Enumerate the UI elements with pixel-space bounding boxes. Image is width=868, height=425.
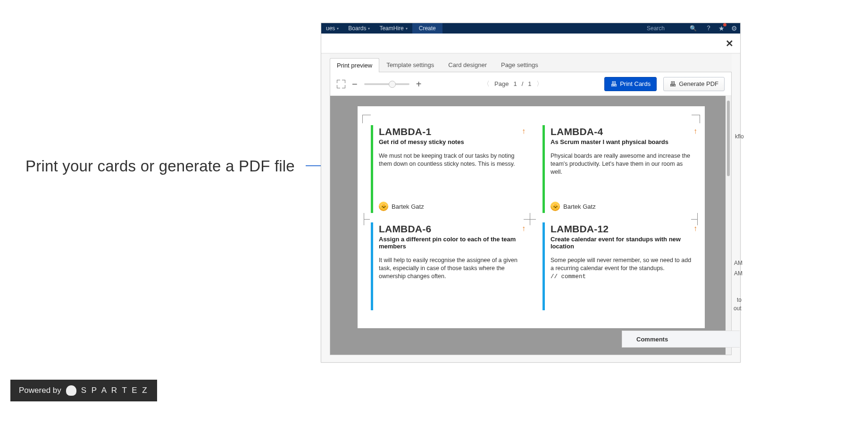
card-key: LAMBDA-6 — [379, 223, 524, 235]
printer-icon: 🖶 — [610, 80, 617, 88]
generate-pdf-button[interactable]: 🖶 Generate PDF — [663, 77, 725, 91]
avatar: 🐱 — [551, 202, 560, 211]
modal-body: Print preview Template settings Card des… — [321, 53, 740, 362]
scrollbar-thumb[interactable] — [727, 101, 730, 176]
zoom-slider[interactable] — [364, 83, 409, 85]
pager: 〈 Page 1 / 1 〉 — [483, 80, 542, 88]
card-key: LAMBDA-1 — [379, 126, 524, 137]
card-summary: Assign a different pin color to each of … — [379, 236, 524, 250]
crop-mark — [692, 115, 700, 123]
star-icon[interactable]: ★ — [718, 25, 725, 32]
nav-boards[interactable]: Boards▾ — [343, 23, 375, 34]
search-icon: 🔍 — [690, 25, 697, 32]
tab-print-preview[interactable]: Print preview — [330, 58, 379, 72]
tab-page-settings[interactable]: Page settings — [494, 58, 545, 72]
bg-text: kflo — [735, 133, 744, 140]
zoom-out-button[interactable]: − — [352, 79, 358, 89]
page-label: Page — [494, 80, 509, 87]
page-next[interactable]: 〉 — [536, 80, 543, 88]
card-summary: As Scrum master I want physical boards — [551, 138, 695, 145]
jira-topbar: ues▾ Boards▾ TeamHire▾ Create Search 🔍 ？… — [321, 23, 740, 34]
priority-icon: ↑ — [522, 127, 526, 136]
card-assignee: 🐱 Bartek Gatz — [551, 202, 596, 211]
zoom-in-button[interactable]: + — [416, 79, 422, 89]
tab-card-designer[interactable]: Card designer — [441, 58, 494, 72]
bg-text: AM — [734, 260, 743, 266]
tab-bar: Print preview Template settings Card des… — [330, 54, 732, 72]
card: ↑ LAMBDA-4 As Scrum master I want physic… — [542, 125, 700, 213]
bg-text: out — [734, 305, 742, 312]
card-desc: We must not be keeping track of our task… — [379, 152, 524, 168]
card-key: LAMBDA-12 — [551, 223, 695, 235]
gear-icon[interactable]: ⚙ — [731, 25, 737, 32]
app-window: ues▾ Boards▾ TeamHire▾ Create Search 🔍 ？… — [321, 23, 741, 363]
card: ↑ LAMBDA-1 Get rid of messy sticky notes… — [371, 125, 528, 213]
card-desc: It will help to easily recognise the ass… — [379, 256, 524, 280]
bg-text: AM — [734, 270, 743, 277]
comments-header: Comments — [622, 331, 740, 348]
card-desc: Some people will never remember, so we n… — [551, 256, 695, 281]
preview-scroll-area[interactable]: ↑ LAMBDA-1 Get rid of messy sticky notes… — [330, 96, 726, 355]
card-desc: Physical boards are really awesome and i… — [551, 152, 695, 176]
card-summary: Create calendar event for standups with … — [551, 236, 695, 250]
create-button[interactable]: Create — [412, 23, 442, 34]
bg-text: to — [737, 297, 742, 303]
scrollbar[interactable] — [726, 96, 731, 355]
card: ↑ LAMBDA-6 Assign a different pin color … — [371, 222, 528, 310]
nav-teamhire[interactable]: TeamHire▾ — [375, 23, 412, 34]
priority-icon: ↑ — [693, 127, 697, 136]
priority-icon: ↑ — [522, 224, 526, 233]
card-key: LAMBDA-4 — [551, 126, 695, 137]
avatar: 🐱 — [379, 202, 388, 211]
priority-icon: ↑ — [693, 224, 697, 233]
tab-template-settings[interactable]: Template settings — [379, 58, 441, 72]
marketing-caption: Print your cards or generate a PDF file — [25, 157, 295, 175]
page-total: 1 — [528, 80, 531, 87]
pdf-icon: 🖶 — [669, 80, 676, 88]
preview-toolbar: − + 〈 Page 1 / 1 〉 🖶 Print Cards — [330, 72, 731, 96]
preview-page: ↑ LAMBDA-1 Get rid of messy sticky notes… — [358, 106, 705, 328]
crop-mark — [362, 115, 371, 123]
card: ↑ LAMBDA-12 Create calendar event for st… — [542, 222, 700, 310]
search-input[interactable]: Search 🔍 — [647, 25, 699, 32]
powered-by-label: Powered by — [19, 386, 61, 395]
spartez-brand: S P A R T E Z — [81, 386, 149, 395]
fit-icon[interactable] — [337, 80, 345, 88]
help-icon[interactable]: ？ — [705, 24, 712, 33]
page-current: 1 — [513, 80, 517, 87]
page-sep: / — [522, 80, 524, 87]
footer-badge: Powered by S P A R T E Z — [10, 380, 157, 401]
nav-issues[interactable]: ues▾ — [321, 23, 343, 34]
close-icon[interactable]: ✕ — [726, 39, 734, 48]
modal-header: ✕ — [321, 34, 740, 53]
spartez-logo-icon — [66, 385, 76, 396]
page-prev[interactable]: 〈 — [483, 80, 490, 88]
card-summary: Get rid of messy sticky notes — [379, 138, 524, 145]
print-preview-panel: − + 〈 Page 1 / 1 〉 🖶 Print Cards — [330, 72, 732, 355]
card-assignee: 🐱 Bartek Gatz — [379, 202, 424, 211]
print-cards-button[interactable]: 🖶 Print Cards — [604, 77, 657, 91]
